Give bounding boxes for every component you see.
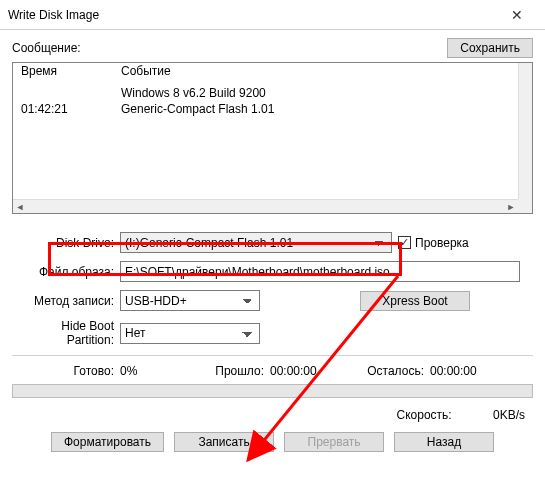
save-button[interactable]: Сохранить (447, 38, 533, 58)
write-method-label: Метод записи: (12, 294, 120, 308)
write-button[interactable]: Записать (174, 432, 274, 452)
verify-checkbox[interactable]: ✓ (398, 236, 411, 249)
scroll-left-icon[interactable]: ◄ (13, 200, 27, 214)
log-time (21, 86, 121, 100)
separator (12, 355, 533, 356)
log-time: 01:42:21 (21, 102, 121, 116)
elapsed-label: Прошло: (190, 364, 270, 378)
scroll-corner (518, 199, 532, 213)
content: Сообщение: Сохранить Время Событие Windo… (0, 30, 545, 464)
log-header-time: Время (21, 64, 121, 78)
scrollbar-vertical[interactable] (518, 63, 532, 199)
titlebar: Write Disk Image ✕ (0, 0, 545, 30)
image-file-input[interactable] (120, 261, 520, 282)
back-button[interactable]: Назад (394, 432, 494, 452)
xpress-boot-button[interactable]: Xpress Boot (360, 291, 470, 311)
speed-label: Скорость: (372, 408, 452, 422)
hide-boot-label: Hide Boot Partition: (12, 319, 120, 347)
speed-value: 0KB/s (455, 408, 525, 422)
remaining-label: Осталось: (350, 364, 430, 378)
message-label: Сообщение: (12, 41, 447, 55)
progress-bar (12, 384, 533, 398)
window-title: Write Disk Image (8, 8, 497, 22)
image-file-label: Файл образа: (12, 265, 120, 279)
close-icon[interactable]: ✕ (497, 1, 537, 29)
log-header-event: Событие (121, 64, 510, 78)
ready-label: Готово: (12, 364, 120, 378)
disk-drive-select[interactable]: (I:)Generic-Compact Flash 1.01 (120, 232, 392, 253)
hide-boot-select[interactable]: Нет (120, 323, 260, 344)
log-event: Windows 8 v6.2 Build 9200 (121, 86, 510, 100)
format-button[interactable]: Форматировать (51, 432, 164, 452)
write-method-select[interactable]: USB-HDD+ (120, 290, 260, 311)
abort-button[interactable]: Прервать (284, 432, 384, 452)
scrollbar-horizontal[interactable]: ◄ ► (13, 199, 518, 213)
ready-value: 0% (120, 364, 190, 378)
log-box: Время Событие Windows 8 v6.2 Build 9200 … (12, 62, 533, 214)
disk-drive-label: Disk Drive: (12, 236, 120, 250)
scroll-right-icon[interactable]: ► (504, 200, 518, 214)
log-row: 01:42:21 Generic-Compact Flash 1.01 (13, 101, 518, 117)
log-event: Generic-Compact Flash 1.01 (121, 102, 510, 116)
verify-label: Проверка (415, 236, 469, 250)
remaining-value: 00:00:00 (430, 364, 533, 378)
log-row: Windows 8 v6.2 Build 9200 (13, 85, 518, 101)
elapsed-value: 00:00:00 (270, 364, 350, 378)
